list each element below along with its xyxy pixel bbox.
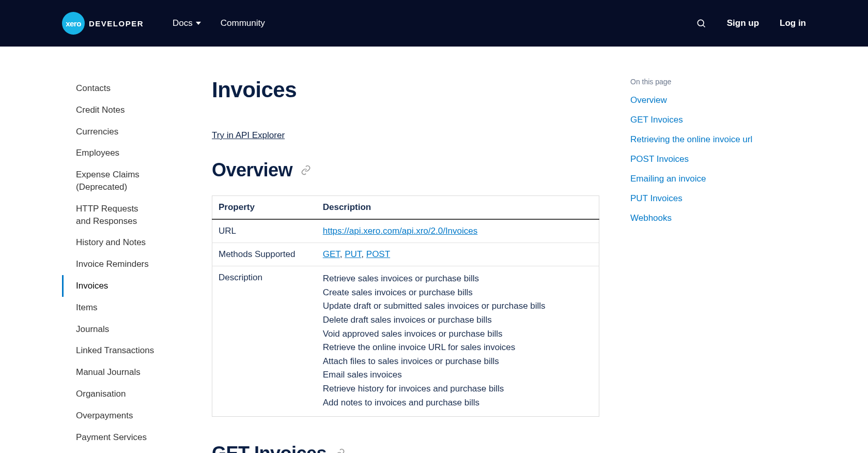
overview-table: Property Description URL https://api.xer… — [212, 195, 599, 417]
cell-url-label: URL — [212, 219, 317, 243]
sidebar-item-overpayments[interactable]: Overpayments — [62, 405, 155, 427]
desc-line: Void approved sales invoices or purchase… — [323, 328, 593, 341]
sidebar-item-http-requests[interactable]: HTTP Requests and Responses — [62, 198, 155, 232]
sidebar-item-journals[interactable]: Journals — [62, 319, 155, 340]
sidebar-item-payment-services[interactable]: Payment Services — [62, 427, 155, 448]
page-title: Invoices — [212, 78, 599, 102]
link-icon[interactable] — [301, 165, 311, 175]
logo[interactable]: xero DEVELOPER — [62, 12, 144, 35]
sidebar: Contacts Credit Notes Currencies Employe… — [0, 78, 155, 453]
desc-line: Email sales invoices — [323, 369, 593, 382]
overview-heading: Overview — [212, 159, 292, 181]
page-container: Contacts Credit Notes Currencies Employe… — [0, 47, 868, 453]
desc-line: Update draft or submitted sales invoices… — [323, 300, 593, 313]
main-content: Invoices Try in API Explorer Overview Pr… — [155, 78, 630, 453]
desc-line: Create sales invoices or purchase bills — [323, 286, 593, 299]
sidebar-item-invoices[interactable]: Invoices — [62, 275, 155, 297]
header-bar: xero DEVELOPER Docs Community Sign up Lo… — [0, 0, 868, 47]
get-heading-row: GET Invoices — [212, 443, 599, 453]
sidebar-item-manual-journals[interactable]: Manual Journals — [62, 361, 155, 383]
toc-get-invoices[interactable]: GET Invoices — [630, 115, 785, 125]
sidebar-item-organisation[interactable]: Organisation — [62, 383, 155, 405]
sidebar-item-history-notes[interactable]: History and Notes — [62, 232, 155, 253]
signup-link[interactable]: Sign up — [727, 18, 759, 28]
th-description: Description — [317, 196, 599, 220]
table-row-description: Description Retrieve sales invoices or p… — [212, 266, 599, 417]
get-heading: GET Invoices — [212, 443, 327, 453]
desc-line: Retrieve sales invoices or purchase bill… — [323, 273, 593, 285]
desc-line: Add notes to invoices and purchase bills — [323, 397, 593, 410]
toc-emailing-invoice[interactable]: Emailing an invoice — [630, 174, 785, 184]
login-link[interactable]: Log in — [780, 18, 806, 28]
nav-community-label: Community — [221, 18, 265, 28]
toc-put-invoices[interactable]: PUT Invoices — [630, 193, 785, 204]
toc-webhooks[interactable]: Webhooks — [630, 213, 785, 223]
sidebar-item-contacts[interactable]: Contacts — [62, 78, 155, 99]
cell-methods-value: GET, PUT, POST — [317, 243, 599, 266]
sidebar-item-payments[interactable]: Payments — [62, 448, 155, 453]
toc-title: On this page — [630, 78, 785, 86]
header-right: Sign up Log in — [696, 18, 806, 28]
nav-docs[interactable]: Docs — [173, 18, 201, 28]
sidebar-item-currencies[interactable]: Currencies — [62, 121, 155, 143]
sidebar-item-invoice-reminders[interactable]: Invoice Reminders — [62, 253, 155, 275]
desc-line: Attach files to sales invoices or purcha… — [323, 355, 593, 368]
link-icon[interactable] — [335, 448, 345, 453]
sidebar-item-credit-notes[interactable]: Credit Notes — [62, 99, 155, 121]
nav-community[interactable]: Community — [221, 18, 265, 28]
table-row-url: URL https://api.xero.com/api.xro/2.0/Inv… — [212, 219, 599, 243]
method-post[interactable]: POST — [366, 249, 390, 259]
cell-methods-label: Methods Supported — [212, 243, 317, 266]
method-get[interactable]: GET — [323, 249, 340, 259]
chevron-down-icon — [196, 22, 201, 25]
svg-point-0 — [698, 20, 704, 26]
search-icon[interactable] — [696, 18, 706, 28]
logo-badge: xero — [62, 12, 85, 35]
cell-url-value[interactable]: https://api.xero.com/api.xro/2.0/Invoice… — [323, 226, 478, 236]
cell-desc-list: Retrieve sales invoices or purchase bill… — [317, 266, 599, 417]
desc-line: Delete draft sales invoices or purchase … — [323, 314, 593, 327]
try-api-explorer-link[interactable]: Try in API Explorer — [212, 130, 285, 141]
toc-online-invoice-url[interactable]: Retrieving the online invoice url — [630, 134, 785, 145]
sidebar-item-linked-transactions[interactable]: Linked Transactions — [62, 340, 155, 361]
nav-docs-label: Docs — [173, 18, 193, 28]
top-nav: Docs Community — [173, 18, 265, 28]
logo-text: DEVELOPER — [89, 19, 144, 28]
sidebar-item-expense-claims[interactable]: Expense Claims (Deprecated) — [62, 164, 155, 198]
toc-overview[interactable]: Overview — [630, 95, 785, 105]
th-property: Property — [212, 196, 317, 220]
cell-desc-label: Description — [212, 266, 317, 417]
overview-heading-row: Overview — [212, 159, 599, 181]
desc-line: Retrieve history for invoices and purcha… — [323, 383, 593, 396]
sidebar-item-employees[interactable]: Employees — [62, 142, 155, 164]
desc-line: Retrieve the online invoice URL for sale… — [323, 341, 593, 354]
table-row-methods: Methods Supported GET, PUT, POST — [212, 243, 599, 266]
svg-line-1 — [703, 25, 705, 27]
method-put[interactable]: PUT — [345, 249, 361, 259]
toc: On this page Overview GET Invoices Retri… — [630, 78, 806, 453]
toc-post-invoices[interactable]: POST Invoices — [630, 154, 785, 164]
sidebar-item-items[interactable]: Items — [62, 297, 155, 319]
